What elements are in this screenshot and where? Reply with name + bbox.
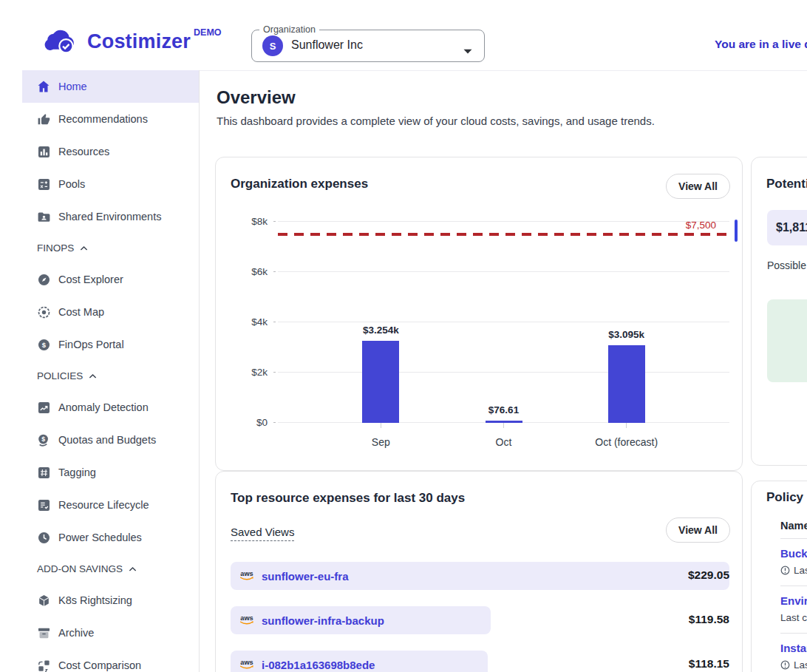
axis-tick bbox=[273, 271, 276, 272]
saved-views-link[interactable]: Saved Views bbox=[231, 526, 294, 541]
resource-cost: $118.15 bbox=[689, 657, 729, 671]
resource-row[interactable]: awssunflower-infra-backup$119.58 bbox=[231, 606, 729, 634]
bar-value-label: $76.61 bbox=[460, 404, 548, 415]
app-title: Costimizer bbox=[87, 25, 191, 58]
resource-name-link[interactable]: sunflower-infra-backup bbox=[262, 614, 384, 627]
bar-value-label: $3.095k bbox=[582, 329, 671, 340]
sidebar-item-resource-lifecycle[interactable]: Resource Lifecycle bbox=[22, 489, 199, 521]
svg-text:$: $ bbox=[41, 340, 46, 348]
axis-tick bbox=[273, 372, 276, 373]
aws-icon: aws bbox=[238, 659, 256, 671]
sidebar-item-resources[interactable]: Resources bbox=[22, 135, 199, 168]
sidebar: HomeRecommendationsResourcesPoolsShared … bbox=[0, 70, 200, 672]
sidebar-item-quotas-and-budgets[interactable]: $Quotas and Budgets bbox=[22, 424, 199, 456]
resource-row[interactable]: awsi-082b1a163698b8ede$118.15 bbox=[231, 651, 729, 672]
savings-value-box: $1,811 bbox=[767, 210, 807, 245]
calculator-icon bbox=[36, 177, 51, 191]
bar-chart-icon bbox=[36, 144, 51, 159]
resource-cost: $119.58 bbox=[689, 613, 729, 626]
sidebar-item-anomaly-detection[interactable]: Anomaly Detection bbox=[22, 391, 199, 424]
sidebar-item-label: Resources bbox=[58, 146, 109, 157]
sidebar-item-recommendations[interactable]: Recommendations bbox=[22, 103, 199, 135]
axis-tick bbox=[273, 221, 276, 222]
policy-detail: Last bbox=[780, 659, 807, 671]
sidebar-item-label: Cost Explorer bbox=[58, 274, 123, 285]
sidebar-section-finops[interactable]: FINOPS bbox=[22, 233, 199, 263]
expenses-card-title: Organization expenses bbox=[231, 177, 368, 191]
x-axis-label: Oct bbox=[460, 436, 548, 448]
sidebar-item-label: Cost Map bbox=[58, 306, 104, 318]
sidebar-item-cost-comparison[interactable]: Cost Comparison bbox=[22, 649, 199, 672]
resource-name-link[interactable]: sunflower-eu-fra bbox=[262, 570, 349, 583]
sidebar-item-cost-explorer[interactable]: Cost Explorer bbox=[22, 263, 199, 296]
resources-view-all-button[interactable]: View All bbox=[666, 517, 730, 543]
sidebar-section-label: POLICIES bbox=[37, 370, 83, 381]
sidebar-section-add-on-savings[interactable]: ADD-ON SAVINGS bbox=[22, 554, 199, 584]
policy-name-link[interactable]: Instance bbox=[780, 642, 807, 654]
policy-card-title: Policy bbox=[766, 490, 803, 505]
chart-bar-oct-forecast[interactable] bbox=[608, 345, 645, 423]
axis-tick bbox=[273, 322, 276, 322]
warning-icon bbox=[780, 660, 790, 670]
policy-detail: Last bbox=[780, 565, 807, 576]
sidebar-item-label: Archive bbox=[58, 627, 94, 639]
gridline bbox=[278, 372, 729, 373]
policy-name-column-header: Name bbox=[780, 520, 807, 539]
sidebar-item-finops-portal[interactable]: $FinOps Portal bbox=[22, 328, 199, 361]
top-resources-title: Top resource expenses for last 30 days bbox=[231, 491, 465, 506]
x-axis-label: Sep bbox=[336, 436, 425, 448]
chevron-up-icon bbox=[89, 373, 97, 379]
warning-icon bbox=[780, 566, 790, 575]
gridline bbox=[278, 221, 729, 222]
sidebar-item-shared-environments[interactable]: Shared Environments bbox=[22, 200, 199, 233]
sidebar-item-label: Shared Environments bbox=[58, 211, 161, 223]
savings-card-title: Potential bbox=[766, 177, 807, 191]
resource-row[interactable]: awssunflower-eu-fra$229.05 bbox=[231, 562, 729, 590]
sidebar-item-tagging[interactable]: Tagging bbox=[22, 456, 199, 489]
sidebar-item-pools[interactable]: Pools bbox=[22, 168, 199, 200]
potential-savings-card: Potential $1,811 Possible bbox=[751, 157, 807, 466]
svg-text:aws: aws bbox=[240, 570, 253, 577]
archive-icon bbox=[36, 625, 51, 640]
chart-scrollbar[interactable] bbox=[735, 220, 738, 242]
expenses-view-all-button[interactable]: View All bbox=[666, 174, 730, 199]
sidebar-item-label: Cost Comparison bbox=[58, 659, 141, 671]
sidebar-item-archive[interactable]: Archive bbox=[22, 617, 199, 649]
organization-expenses-card: Organization expenses View All $0$2k$4k$… bbox=[215, 157, 743, 471]
sidebar-item-cost-map[interactable]: Cost Map bbox=[22, 296, 199, 328]
policy-row[interactable]: InstanceLast bbox=[780, 633, 807, 672]
sidebar-section-policies[interactable]: POLICIES bbox=[22, 361, 199, 391]
policy-row[interactable]: BucketLast bbox=[780, 539, 807, 586]
savings-chart-placeholder bbox=[767, 299, 807, 382]
sidebar-item-label: Quotas and Budgets bbox=[58, 434, 156, 446]
sidebar-item-label: Home bbox=[58, 81, 87, 92]
page-title: Overview bbox=[217, 87, 296, 108]
sidebar-item-label: Tagging bbox=[58, 466, 96, 478]
policy-name-link[interactable]: Bucket bbox=[780, 547, 807, 560]
organization-select-value: Sunflower Inc bbox=[291, 38, 363, 52]
aws-icon: aws bbox=[238, 614, 256, 626]
gridline bbox=[278, 322, 729, 322]
gridline bbox=[278, 271, 729, 272]
expenses-bar-chart: $0$2k$4k$6k$8k $7,500$3.254kSep$76.61Oct… bbox=[231, 222, 729, 423]
hash-icon bbox=[36, 465, 51, 480]
compass-icon bbox=[36, 272, 51, 287]
sidebar-item-k8s-rightsizing[interactable]: K8s Rightsizing bbox=[22, 584, 199, 617]
sidebar-item-home[interactable]: Home bbox=[22, 70, 199, 103]
policy-rows: BucketLastEnvironmentLast chInstanceLast bbox=[780, 539, 807, 672]
x-axis-tick bbox=[626, 423, 627, 428]
policy-row[interactable]: EnvironmentLast ch bbox=[780, 586, 807, 633]
sidebar-item-label: Power Schedules bbox=[58, 532, 142, 543]
resource-name-link[interactable]: i-082b1a163698b8ede bbox=[262, 659, 375, 671]
sidebar-item-power-schedules[interactable]: Power Schedules bbox=[22, 521, 199, 554]
policy-name-link[interactable]: Environment bbox=[780, 594, 807, 607]
policy-card: Policy Name BucketLastEnvironmentLast ch… bbox=[751, 481, 807, 672]
resource-row-bar: awssunflower-infra-backup bbox=[231, 606, 491, 634]
chart-bar-sep[interactable] bbox=[362, 341, 399, 423]
organization-select-label: Organization bbox=[259, 24, 319, 35]
live-demo-banner: You are in a live demo bbox=[715, 38, 807, 51]
clock-icon bbox=[36, 530, 51, 545]
dollar-circle-icon: $ bbox=[36, 337, 51, 352]
organization-select[interactable]: Organization S Sunflower Inc bbox=[251, 30, 485, 62]
resource-rows: awssunflower-eu-fra$229.05awssunflower-i… bbox=[231, 562, 729, 672]
